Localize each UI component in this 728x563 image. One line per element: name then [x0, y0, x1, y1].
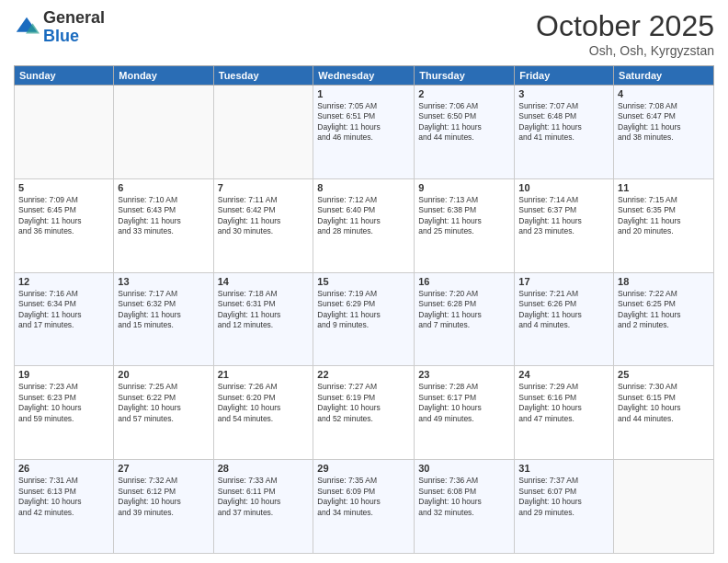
day-cell: 30Sunrise: 7:36 AM Sunset: 6:08 PM Dayli…	[415, 460, 515, 554]
day-cell	[15, 86, 114, 179]
day-header-tuesday: Tuesday	[213, 66, 313, 86]
day-header-monday: Monday	[114, 66, 213, 86]
day-cell: 6Sunrise: 7:10 AM Sunset: 6:43 PM Daylig…	[114, 178, 213, 272]
day-number: 20	[118, 369, 209, 380]
day-number: 16	[418, 276, 510, 287]
day-cell: 28Sunrise: 7:33 AM Sunset: 6:11 PM Dayli…	[213, 460, 313, 554]
day-info: Sunrise: 7:20 AM Sunset: 6:28 PM Dayligh…	[418, 289, 510, 331]
day-info: Sunrise: 7:32 AM Sunset: 6:12 PM Dayligh…	[118, 476, 209, 518]
day-info: Sunrise: 7:19 AM Sunset: 6:29 PM Dayligh…	[317, 289, 410, 331]
day-cell: 26Sunrise: 7:31 AM Sunset: 6:13 PM Dayli…	[15, 460, 114, 554]
day-info: Sunrise: 7:14 AM Sunset: 6:37 PM Dayligh…	[518, 195, 609, 237]
day-info: Sunrise: 7:25 AM Sunset: 6:22 PM Dayligh…	[118, 382, 209, 424]
day-cell: 13Sunrise: 7:17 AM Sunset: 6:32 PM Dayli…	[114, 272, 213, 366]
day-number: 10	[518, 182, 609, 193]
day-info: Sunrise: 7:15 AM Sunset: 6:35 PM Dayligh…	[618, 195, 710, 237]
location: Osh, Osh, Kyrgyzstan	[536, 43, 714, 58]
day-number: 1	[317, 88, 410, 99]
day-cell: 9Sunrise: 7:13 AM Sunset: 6:38 PM Daylig…	[415, 178, 515, 272]
day-cell: 29Sunrise: 7:35 AM Sunset: 6:09 PM Dayli…	[313, 460, 415, 554]
day-cell: 25Sunrise: 7:30 AM Sunset: 6:15 PM Dayli…	[614, 366, 714, 460]
week-row-4: 26Sunrise: 7:31 AM Sunset: 6:13 PM Dayli…	[15, 460, 714, 554]
day-cell: 15Sunrise: 7:19 AM Sunset: 6:29 PM Dayli…	[313, 272, 415, 366]
calendar-header-row: SundayMondayTuesdayWednesdayThursdayFrid…	[15, 66, 714, 86]
logo: General Blue	[14, 9, 105, 46]
day-header-thursday: Thursday	[415, 66, 515, 86]
day-cell: 3Sunrise: 7:07 AM Sunset: 6:48 PM Daylig…	[515, 86, 614, 179]
day-cell: 24Sunrise: 7:29 AM Sunset: 6:16 PM Dayli…	[515, 366, 614, 460]
day-cell	[114, 86, 213, 179]
day-cell: 11Sunrise: 7:15 AM Sunset: 6:35 PM Dayli…	[614, 178, 714, 272]
day-info: Sunrise: 7:07 AM Sunset: 6:48 PM Dayligh…	[518, 101, 609, 144]
day-number: 31	[518, 463, 609, 474]
day-cell: 19Sunrise: 7:23 AM Sunset: 6:23 PM Dayli…	[15, 366, 114, 460]
day-number: 13	[118, 276, 209, 287]
day-info: Sunrise: 7:23 AM Sunset: 6:23 PM Dayligh…	[18, 382, 109, 424]
day-header-saturday: Saturday	[614, 66, 714, 86]
week-row-3: 19Sunrise: 7:23 AM Sunset: 6:23 PM Dayli…	[15, 366, 714, 460]
logo-blue-text: Blue	[43, 28, 105, 46]
day-info: Sunrise: 7:35 AM Sunset: 6:09 PM Dayligh…	[317, 476, 410, 518]
day-number: 25	[618, 369, 710, 380]
day-number: 28	[218, 463, 310, 474]
month-title: October 2025	[536, 9, 714, 43]
day-number: 7	[218, 182, 310, 193]
day-info: Sunrise: 7:05 AM Sunset: 6:51 PM Dayligh…	[317, 101, 410, 144]
day-info: Sunrise: 7:08 AM Sunset: 6:47 PM Dayligh…	[618, 101, 710, 144]
day-info: Sunrise: 7:09 AM Sunset: 6:45 PM Dayligh…	[18, 195, 109, 237]
logo-text: General Blue	[43, 9, 105, 46]
logo-icon	[14, 15, 40, 40]
day-number: 30	[418, 463, 510, 474]
day-number: 17	[518, 276, 609, 287]
day-cell: 17Sunrise: 7:21 AM Sunset: 6:26 PM Dayli…	[515, 272, 614, 366]
day-info: Sunrise: 7:06 AM Sunset: 6:50 PM Dayligh…	[418, 101, 510, 144]
day-info: Sunrise: 7:37 AM Sunset: 6:07 PM Dayligh…	[518, 476, 609, 518]
logo-general-text: General	[43, 9, 105, 28]
day-info: Sunrise: 7:33 AM Sunset: 6:11 PM Dayligh…	[218, 476, 310, 518]
day-number: 27	[118, 463, 209, 474]
day-number: 26	[18, 463, 109, 474]
day-number: 18	[618, 276, 710, 287]
day-cell: 2Sunrise: 7:06 AM Sunset: 6:50 PM Daylig…	[415, 86, 515, 179]
day-info: Sunrise: 7:18 AM Sunset: 6:31 PM Dayligh…	[218, 289, 310, 331]
day-info: Sunrise: 7:27 AM Sunset: 6:19 PM Dayligh…	[317, 382, 410, 424]
day-number: 6	[118, 182, 209, 193]
day-cell: 21Sunrise: 7:26 AM Sunset: 6:20 PM Dayli…	[213, 366, 313, 460]
week-row-1: 5Sunrise: 7:09 AM Sunset: 6:45 PM Daylig…	[15, 178, 714, 272]
day-info: Sunrise: 7:11 AM Sunset: 6:42 PM Dayligh…	[218, 195, 310, 237]
day-number: 11	[618, 182, 710, 193]
day-number: 5	[18, 182, 109, 193]
day-info: Sunrise: 7:21 AM Sunset: 6:26 PM Dayligh…	[518, 289, 609, 331]
day-cell: 8Sunrise: 7:12 AM Sunset: 6:40 PM Daylig…	[313, 178, 415, 272]
day-number: 22	[317, 369, 410, 380]
day-info: Sunrise: 7:26 AM Sunset: 6:20 PM Dayligh…	[218, 382, 310, 424]
day-cell: 20Sunrise: 7:25 AM Sunset: 6:22 PM Dayli…	[114, 366, 213, 460]
day-info: Sunrise: 7:17 AM Sunset: 6:32 PM Dayligh…	[118, 289, 209, 331]
day-info: Sunrise: 7:22 AM Sunset: 6:25 PM Dayligh…	[618, 289, 710, 331]
day-cell: 22Sunrise: 7:27 AM Sunset: 6:19 PM Dayli…	[313, 366, 415, 460]
day-cell: 4Sunrise: 7:08 AM Sunset: 6:47 PM Daylig…	[614, 86, 714, 179]
day-info: Sunrise: 7:28 AM Sunset: 6:17 PM Dayligh…	[418, 382, 510, 424]
day-cell: 7Sunrise: 7:11 AM Sunset: 6:42 PM Daylig…	[213, 178, 313, 272]
day-cell: 27Sunrise: 7:32 AM Sunset: 6:12 PM Dayli…	[114, 460, 213, 554]
page: General Blue October 2025 Osh, Osh, Kyrg…	[0, 0, 728, 563]
day-cell: 10Sunrise: 7:14 AM Sunset: 6:37 PM Dayli…	[515, 178, 614, 272]
day-info: Sunrise: 7:31 AM Sunset: 6:13 PM Dayligh…	[18, 476, 109, 518]
day-cell: 16Sunrise: 7:20 AM Sunset: 6:28 PM Dayli…	[415, 272, 515, 366]
day-cell: 18Sunrise: 7:22 AM Sunset: 6:25 PM Dayli…	[614, 272, 714, 366]
day-cell: 31Sunrise: 7:37 AM Sunset: 6:07 PM Dayli…	[515, 460, 614, 554]
day-header-wednesday: Wednesday	[313, 66, 415, 86]
day-number: 24	[518, 369, 609, 380]
day-header-friday: Friday	[515, 66, 614, 86]
day-info: Sunrise: 7:29 AM Sunset: 6:16 PM Dayligh…	[518, 382, 609, 424]
day-cell: 14Sunrise: 7:18 AM Sunset: 6:31 PM Dayli…	[213, 272, 313, 366]
day-info: Sunrise: 7:12 AM Sunset: 6:40 PM Dayligh…	[317, 195, 410, 237]
day-number: 4	[618, 88, 710, 99]
day-number: 9	[418, 182, 510, 193]
day-number: 3	[518, 88, 609, 99]
day-info: Sunrise: 7:13 AM Sunset: 6:38 PM Dayligh…	[418, 195, 510, 237]
day-number: 8	[317, 182, 410, 193]
calendar-table: SundayMondayTuesdayWednesdayThursdayFrid…	[14, 65, 714, 554]
title-block: October 2025 Osh, Osh, Kyrgyzstan	[536, 9, 714, 58]
day-info: Sunrise: 7:30 AM Sunset: 6:15 PM Dayligh…	[618, 382, 710, 424]
